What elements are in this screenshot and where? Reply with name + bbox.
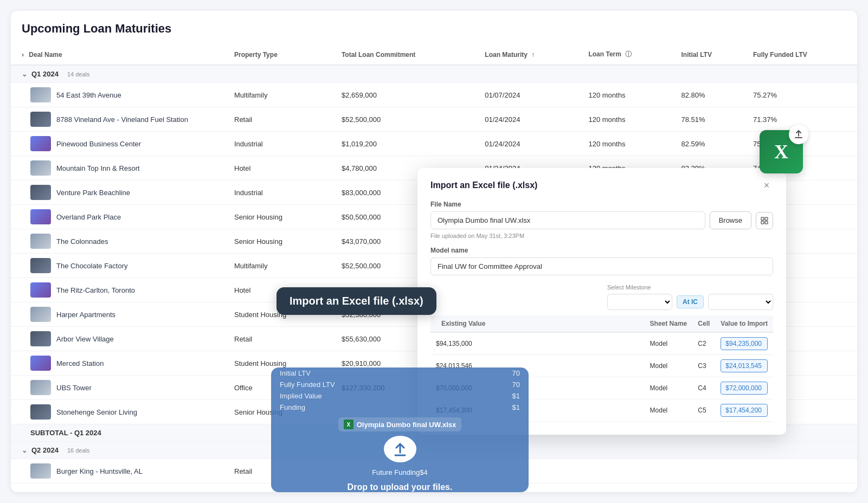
import-col-sheet: Sheet Name <box>645 315 693 332</box>
col-header-name[interactable]: › Deal Name <box>11 44 228 65</box>
drag-field-implied: Implied Value $1 <box>280 390 520 402</box>
drag-file-label: Olympia Dumbo final UW.xlsx <box>357 421 456 429</box>
deal-name: 54 East 39th Avenue <box>56 91 121 99</box>
import-col-cell: Cell <box>692 315 715 332</box>
col-header-loan-term: Loan Term ⓘ <box>582 44 674 65</box>
deal-name: Pinewood Business Center <box>56 140 141 148</box>
deal-name: Overland Park Place <box>56 213 121 221</box>
deal-name: Arbor View Village <box>56 335 114 343</box>
import-value-cell[interactable] <box>715 399 773 422</box>
deal-initial-ltv: 82.80% <box>674 83 747 107</box>
deal-name: The Chocolate Factory <box>56 262 128 270</box>
deal-thumbnail <box>30 209 51 224</box>
import-col-existing: Existing Value <box>430 315 645 332</box>
drag-future-funding: Future Funding $4 <box>372 467 428 478</box>
col-header-loan-maturity[interactable]: Loan Maturity ↑ <box>478 44 582 65</box>
deal-property-type: Industrial <box>228 132 335 156</box>
import-sheet-name: Model <box>645 377 693 399</box>
deal-loan-maturity: 01/24/2024 <box>478 132 582 156</box>
deal-thumbnail <box>30 185 51 200</box>
import-value-input[interactable] <box>721 359 768 372</box>
milestone-dropdown[interactable] <box>607 294 672 310</box>
file-name-label: File Name <box>430 201 773 208</box>
svg-rect-0 <box>761 217 764 220</box>
expand-all-icon[interactable]: › <box>22 51 24 59</box>
drag-fields: Initial LTV 70 Fully Funded LTV 70 Impli… <box>271 367 529 413</box>
deal-thumbnail <box>30 160 51 176</box>
dialog-bottom-section: Select Milestone At IC <box>430 284 773 310</box>
import-cell: C5 <box>692 399 715 422</box>
deal-initial-ltv: 78.51% <box>674 107 747 132</box>
deal-thumbnail <box>30 380 51 395</box>
browse-button[interactable]: Browse <box>710 211 751 229</box>
drag-drop-overlay[interactable]: Initial LTV 70 Fully Funded LTV 70 Impli… <box>271 367 529 492</box>
deal-name: The Colonnades <box>56 237 108 246</box>
deal-name: Burger King - Huntsville, AL <box>56 467 143 475</box>
import-col-value: Value to Import <box>715 315 773 332</box>
file-picker-icon-button[interactable] <box>756 212 773 229</box>
file-upload-note: File uploaded on May 31st, 3:23PM <box>430 233 773 239</box>
col-header-initial-ltv: Initial LTV <box>674 44 747 65</box>
deal-total-loan: $1,019,200 <box>335 132 478 156</box>
table-row[interactable]: Pinewood Business Center Industrial $1,0… <box>11 132 857 156</box>
model-name-input[interactable] <box>430 257 773 275</box>
drag-field-fully-funded: Fully Funded LTV 70 <box>280 379 520 390</box>
import-value-input[interactable] <box>721 404 768 417</box>
deal-initial-ltv <box>674 459 747 483</box>
drag-upload-circle <box>384 436 416 462</box>
deal-thumbnail <box>30 404 51 420</box>
drag-file-name: X Olympia Dumbo final UW.xlsx <box>338 417 461 431</box>
deal-property-type: Senior Housing <box>228 229 335 254</box>
model-name-label: Model name <box>430 247 773 254</box>
upload-badge <box>789 125 808 144</box>
deal-property-type: Multifamily <box>228 254 335 278</box>
import-cell: C2 <box>692 332 715 355</box>
import-value-input[interactable] <box>721 382 768 395</box>
deal-thumbnail <box>30 87 51 102</box>
deal-total-loan: $2,659,000 <box>335 83 478 107</box>
info-icon[interactable]: ⓘ <box>625 50 632 58</box>
deal-name: Stonehenge Senior Living <box>56 408 137 416</box>
deal-fully-funded-ltv <box>747 459 857 483</box>
dialog-close-button[interactable]: × <box>760 179 773 192</box>
milestone-badge: At IC <box>677 295 704 308</box>
import-value-cell[interactable] <box>715 377 773 399</box>
svg-rect-3 <box>765 221 768 224</box>
deal-initial-ltv: 82.59% <box>674 132 747 156</box>
group-expand-icon[interactable]: ⌄ <box>22 447 27 454</box>
import-value-input[interactable] <box>721 337 768 350</box>
dialog-title: Import an Excel file (.xlsx) <box>430 180 537 190</box>
group-deal-count: 14 deals <box>67 71 90 78</box>
group-expand-icon[interactable]: ⌄ <box>22 70 27 78</box>
deal-thumbnail <box>30 112 51 127</box>
drag-drop-text: Drop to upload your files. <box>348 482 453 492</box>
deal-property-type: Industrial <box>228 180 335 205</box>
deal-thumbnail <box>30 463 51 479</box>
deal-loan-term: 120 months <box>582 83 674 107</box>
deal-thumbnail <box>30 136 51 151</box>
import-existing-value: $94,135,000 <box>430 332 645 355</box>
milestone-select-right[interactable] <box>708 294 773 310</box>
deal-loan-maturity: 01/07/2024 <box>478 83 582 107</box>
table-row[interactable]: 8788 Vineland Ave - Vineland Fuel Statio… <box>11 107 857 132</box>
group-deal-count: 16 deals <box>67 447 90 454</box>
table-row[interactable]: 54 East 39th Avenue Multifamily $2,659,0… <box>11 83 857 107</box>
milestone-section: Select Milestone At IC <box>607 284 773 310</box>
import-sheet-name: Model <box>645 332 693 355</box>
deal-loan-term <box>582 459 674 483</box>
deal-thumbnail <box>30 331 51 346</box>
deal-property-type: Retail <box>228 107 335 132</box>
group-label: Q1 2024 <box>31 70 59 78</box>
import-value-cell[interactable] <box>715 355 773 377</box>
deal-property-type: Senior Housing <box>228 205 335 229</box>
import-value-cell[interactable] <box>715 332 773 355</box>
col-header-property-type: Property Type <box>228 44 335 65</box>
file-name-input[interactable] <box>430 211 705 229</box>
import-cell: C4 <box>692 377 715 399</box>
page-title: Upcoming Loan Maturities <box>11 22 857 44</box>
group-row-q1-2024[interactable]: ⌄ Q1 2024 14 deals <box>11 65 857 83</box>
deal-property-type: Hotel <box>228 156 335 180</box>
drag-field-initial-ltv: Initial LTV 70 <box>280 367 520 379</box>
deal-loan-term: 120 months <box>582 107 674 132</box>
import-table-row: $94,135,000 Model C2 <box>430 332 773 355</box>
